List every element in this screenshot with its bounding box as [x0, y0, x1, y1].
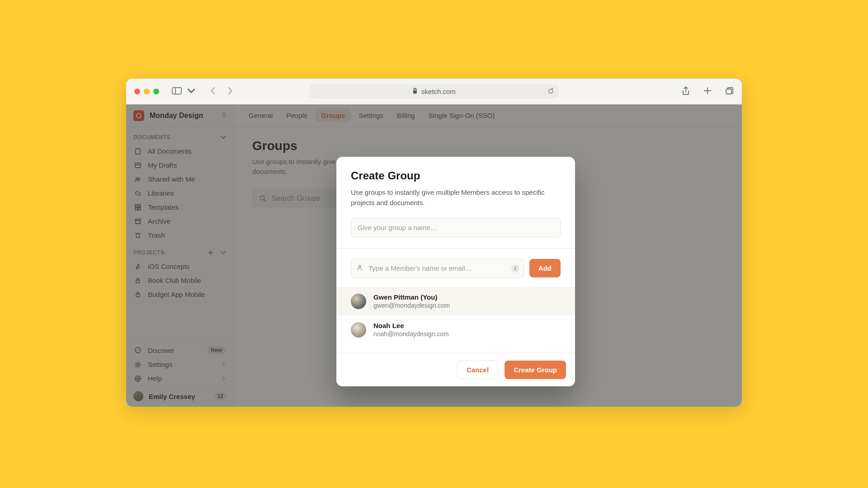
minimize-window-button[interactable]: [144, 89, 150, 94]
modal-description: Use groups to instantly give multiple Me…: [351, 188, 561, 208]
maximize-window-button[interactable]: [153, 89, 159, 94]
member-name: Gwen Pittman (You): [373, 293, 450, 301]
close-window-button[interactable]: [134, 89, 140, 94]
lock-icon: [412, 88, 418, 95]
new-tab-icon[interactable]: [703, 86, 712, 97]
svg-rect-0: [172, 87, 181, 94]
member-name: Noah Lee: [373, 322, 449, 329]
share-icon[interactable]: [681, 86, 690, 97]
address-bar[interactable]: sketch.com: [309, 84, 559, 99]
info-icon[interactable]: i: [511, 264, 519, 272]
forward-button[interactable]: [227, 87, 233, 97]
svg-point-34: [359, 265, 361, 267]
cancel-button[interactable]: Cancel: [457, 361, 498, 379]
tabs-icon[interactable]: [725, 86, 734, 97]
back-button[interactable]: [210, 87, 216, 97]
svg-rect-2: [413, 90, 417, 94]
member-email: gwen@mondaydesign.com: [373, 302, 450, 309]
modal-title: Create Group: [351, 169, 561, 182]
member-list-item[interactable]: Noah Lee noah@mondaydesign.com: [336, 315, 575, 344]
member-search-input[interactable]: [351, 258, 524, 278]
avatar: [351, 322, 366, 338]
create-group-button[interactable]: Create Group: [505, 361, 566, 379]
group-name-input[interactable]: [351, 218, 561, 237]
dropdown-chevron-icon[interactable]: [186, 86, 196, 97]
browser-titlebar: sketch.com: [126, 79, 742, 104]
avatar: [351, 294, 366, 309]
member-list: Gwen Pittman (You) gwen@mondaydesign.com…: [336, 287, 575, 344]
url-text: sketch.com: [421, 88, 456, 95]
add-member-button[interactable]: Add: [529, 259, 561, 277]
sidebar-toggle-icon[interactable]: [172, 86, 182, 97]
reload-icon[interactable]: [547, 88, 554, 96]
person-icon: [356, 264, 363, 272]
svg-rect-5: [726, 89, 731, 94]
member-email: noah@mondaydesign.com: [373, 330, 449, 338]
browser-window: sketch.com Monday Design DOCUMENTS All D…: [126, 79, 742, 407]
traffic-lights: [134, 89, 159, 94]
member-list-item[interactable]: Gwen Pittman (You) gwen@mondaydesign.com: [336, 287, 575, 315]
create-group-modal: Create Group Use groups to instantly giv…: [336, 157, 575, 386]
